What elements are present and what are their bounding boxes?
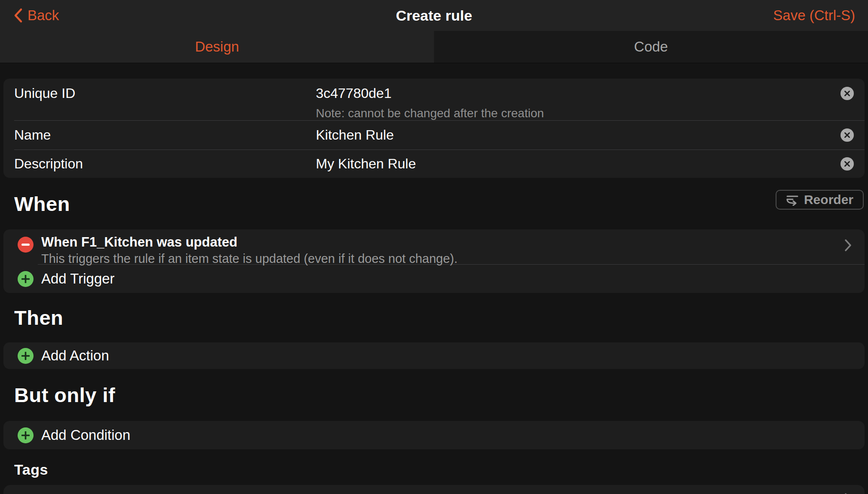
description-row: Description My Kitchen Rule <box>3 150 865 178</box>
description-input[interactable]: My Kitchen Rule <box>316 156 416 172</box>
trigger-texts: When F1_Kitchen was updated This trigger… <box>41 234 458 266</box>
unique-id-value: 3c47780de1 <box>316 85 544 101</box>
tags-card: Semantic Class None <box>3 485 865 494</box>
when-title: When <box>14 192 70 216</box>
unique-id-note: Note: cannot be changed after the creati… <box>316 107 544 120</box>
back-label: Back <box>28 7 59 24</box>
description-label: Description <box>3 156 83 172</box>
plus-icon <box>18 348 34 364</box>
but-only-if-title: But only if <box>14 383 115 407</box>
create-rule-page: Back Create rule Save (Ctrl-S) Design Co… <box>0 0 868 494</box>
semantic-class-row[interactable]: Semantic Class None <box>3 485 865 494</box>
add-condition-label: Add Condition <box>41 427 130 443</box>
close-icon <box>844 132 850 138</box>
triggers-card: When F1_Kitchen was updated This trigger… <box>3 229 865 293</box>
remove-trigger-icon[interactable] <box>18 237 34 253</box>
condition-section-header: But only if <box>0 369 868 421</box>
reorder-icon <box>786 194 799 206</box>
plus-icon <box>18 427 34 443</box>
trigger-subtitle: This triggers the rule if an item state … <box>41 251 458 266</box>
spacer <box>0 63 868 79</box>
tab-code[interactable]: Code <box>434 31 868 63</box>
unique-id-row: Unique ID 3c47780de1 Note: cannot be cha… <box>3 79 865 120</box>
page-title: Create rule <box>0 7 868 24</box>
semantic-class-label: Semantic Class <box>3 492 110 494</box>
unique-id-input[interactable]: 3c47780de1 Note: cannot be changed after… <box>316 85 544 120</box>
plus-icon <box>18 271 34 287</box>
minus-icon <box>21 244 30 246</box>
conditions-card: Add Condition <box>3 421 865 449</box>
when-section-header: When Reorder <box>0 178 868 229</box>
tags-section-header: Tags <box>0 449 868 485</box>
close-icon <box>844 161 850 167</box>
actions-card: Add Action <box>3 342 865 369</box>
clear-unique-id-button[interactable] <box>840 87 854 100</box>
clear-name-button[interactable] <box>840 128 854 142</box>
navbar: Back Create rule Save (Ctrl-S) <box>0 0 868 31</box>
add-condition-row[interactable]: Add Condition <box>3 421 865 449</box>
name-row: Name Kitchen Rule <box>3 121 865 149</box>
name-input[interactable]: Kitchen Rule <box>316 127 394 143</box>
tab-bar: Design Code <box>0 31 868 63</box>
tags-title: Tags <box>14 461 48 478</box>
add-trigger-label: Add Trigger <box>41 271 115 287</box>
tab-design[interactable]: Design <box>0 31 434 63</box>
add-action-row[interactable]: Add Action <box>3 342 865 369</box>
trigger-title: When F1_Kitchen was updated <box>41 234 458 251</box>
semantic-class-value: None <box>799 492 832 494</box>
reorder-button[interactable]: Reorder <box>776 190 864 210</box>
then-section-header: Then <box>0 293 868 342</box>
add-action-label: Add Action <box>41 348 109 364</box>
close-icon <box>844 90 850 97</box>
name-label: Name <box>3 127 51 143</box>
chevron-right-icon <box>844 239 852 252</box>
rule-info-card: Unique ID 3c47780de1 Note: cannot be cha… <box>3 79 865 178</box>
then-title: Then <box>14 306 63 329</box>
back-button[interactable]: Back <box>13 7 59 24</box>
unique-id-label: Unique ID <box>3 85 75 101</box>
reorder-label: Reorder <box>804 192 853 207</box>
trigger-row[interactable]: When F1_Kitchen was updated This trigger… <box>3 229 865 264</box>
back-chevron-icon <box>13 8 23 23</box>
add-trigger-row[interactable]: Add Trigger <box>3 265 865 293</box>
save-button[interactable]: Save (Ctrl-S) <box>773 7 855 24</box>
clear-description-button[interactable] <box>840 157 854 171</box>
